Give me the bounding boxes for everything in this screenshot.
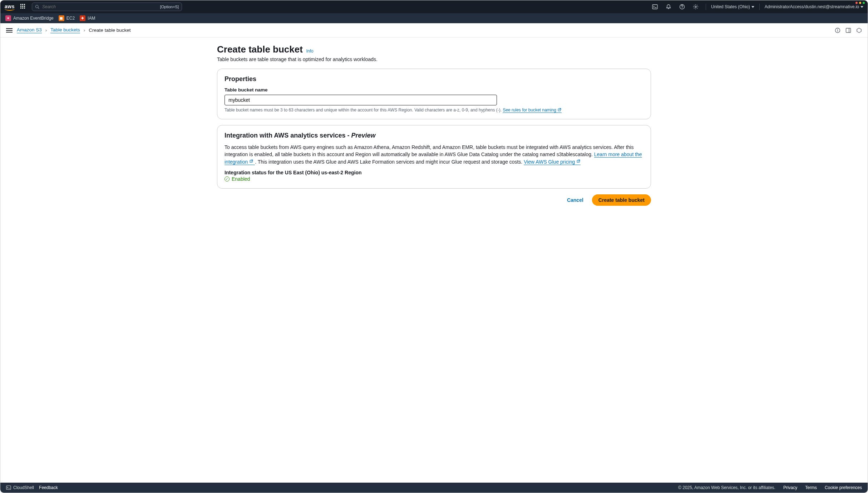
bucket-name-label: Table bucket name (225, 87, 643, 93)
external-link-icon (249, 159, 253, 163)
help-icon[interactable] (677, 2, 687, 12)
search-shortcut: [Option+S] (160, 5, 179, 9)
account-label: AdministratorAccess/dustin.nest@streamna… (765, 4, 859, 9)
shortcut-eventbridge[interactable]: ✦ Amazon EventBridge (5, 15, 54, 21)
feedback-link[interactable]: Feedback (39, 485, 58, 490)
shortcut-ec2[interactable]: ▦ EC2 (59, 15, 75, 21)
notifications-icon[interactable] (664, 2, 674, 12)
search-icon (35, 5, 39, 9)
success-icon: ✓ (225, 176, 230, 181)
eventbridge-icon: ✦ (5, 15, 11, 21)
breadcrumb-separator: › (84, 28, 85, 33)
svg-point-5 (695, 6, 696, 8)
glue-pricing-link[interactable]: View AWS Glue pricing (524, 159, 581, 165)
helper-text: Table bucket names must be 3 to 63 chara… (225, 108, 503, 113)
bucket-naming-rules-link[interactable]: See rules for bucket naming (503, 108, 562, 113)
svg-rect-7 (837, 30, 838, 32)
integration-heading: Integration with AWS analytics services … (225, 132, 643, 139)
integration-status-label: Integration status for the US East (Ohio… (225, 170, 643, 175)
create-table-bucket-button[interactable]: Create table bucket (592, 194, 651, 206)
global-search[interactable]: [Option+S] (32, 3, 182, 11)
refresh-diagnostics-icon[interactable] (856, 28, 862, 33)
shortcut-label: IAM (88, 16, 95, 21)
breadcrumb-current: Create table bucket (89, 28, 130, 33)
copyright: © 2025, Amazon Web Services, Inc. or its… (678, 485, 775, 490)
shortcut-label: Amazon EventBridge (13, 16, 54, 21)
svg-point-4 (682, 8, 682, 8)
region-selector[interactable]: United States (Ohio) (711, 4, 754, 9)
cloudshell-icon (6, 485, 11, 490)
breadcrumb-s3[interactable]: Amazon S3 (17, 27, 42, 33)
privacy-link[interactable]: Privacy (783, 485, 797, 490)
bucket-name-helper: Table bucket names must be 3 to 63 chara… (225, 108, 643, 113)
main-content: Create table bucket Info Table buckets a… (0, 38, 868, 483)
svg-rect-11 (6, 486, 11, 490)
shortcut-label: EC2 (66, 16, 75, 21)
region-label: United States (Ohio) (711, 4, 750, 9)
info-link[interactable]: Info (306, 49, 314, 54)
cookie-preferences-link[interactable]: Cookie preferences (825, 485, 862, 490)
page-title: Create table bucket (217, 44, 303, 55)
cloudshell-footer-button[interactable]: CloudShell (6, 485, 34, 490)
info-drawer-icon[interactable] (835, 28, 840, 33)
integration-status-value: ✓ Enabled (225, 176, 643, 182)
external-link-icon (557, 108, 562, 112)
integration-description: To access table buckets from AWS query e… (225, 144, 643, 165)
service-shortcuts-bar: ✦ Amazon EventBridge ▦ EC2 ✚ IAM (0, 13, 868, 23)
page-subtitle: Table buckets are table storage that is … (217, 56, 651, 62)
preview-badge: Preview (351, 132, 375, 139)
breadcrumb-table-buckets[interactable]: Table buckets (50, 27, 80, 33)
panel-layout-icon[interactable] (845, 28, 851, 33)
services-grid-icon[interactable] (18, 2, 28, 12)
iam-icon: ✚ (80, 15, 85, 21)
breadcrumbs: Amazon S3 › Table buckets › Create table… (17, 27, 130, 33)
aws-logo[interactable]: aws (5, 4, 15, 10)
svg-rect-9 (846, 28, 851, 33)
breadcrumb-separator: › (45, 28, 47, 33)
footer: CloudShell Feedback © 2025, Amazon Web S… (0, 483, 868, 493)
shortcut-iam[interactable]: ✚ IAM (80, 15, 95, 21)
ec2-icon: ▦ (59, 15, 64, 21)
page-header: Create table bucket Info Table buckets a… (217, 44, 651, 62)
top-nav: aws [Option+S] United States (Ohio) Admi… (0, 0, 868, 13)
properties-heading: Properties (225, 75, 643, 83)
account-selector[interactable]: AdministratorAccess/dustin.nest@streamna… (765, 4, 863, 9)
cloudshell-icon[interactable] (650, 2, 660, 12)
svg-rect-2 (652, 5, 657, 9)
external-link-icon (576, 159, 581, 163)
form-actions: Cancel Create table bucket (217, 194, 651, 206)
terms-link[interactable]: Terms (805, 485, 817, 490)
cancel-button[interactable]: Cancel (565, 194, 586, 206)
chevron-down-icon (751, 6, 754, 8)
side-nav-toggle[interactable] (6, 28, 13, 33)
search-input[interactable] (41, 4, 95, 10)
svg-line-1 (38, 8, 39, 9)
svg-point-0 (35, 5, 38, 8)
chevron-down-icon (860, 6, 863, 8)
svg-point-8 (837, 29, 838, 30)
breadcrumb-bar: Amazon S3 › Table buckets › Create table… (0, 23, 868, 38)
settings-icon[interactable] (691, 2, 701, 12)
properties-panel: Properties Table bucket name Table bucke… (217, 69, 651, 119)
integration-panel: Integration with AWS analytics services … (217, 125, 651, 189)
window-controls (855, 2, 865, 4)
bucket-name-input[interactable] (225, 95, 497, 105)
